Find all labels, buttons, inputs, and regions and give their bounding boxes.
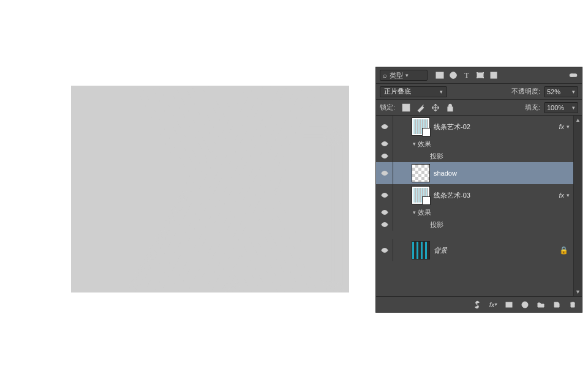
layer-effects-group[interactable]: ▾效果 [376, 206, 582, 218]
chevron-down-icon[interactable]: ▾ [567, 124, 570, 130]
layer-effect-item[interactable]: 投影 [376, 150, 582, 162]
layer-effects-group[interactable]: ▾效果 [376, 138, 582, 150]
scroll-down-icon[interactable]: ▼ [574, 288, 582, 296]
filter-type-icon[interactable]: T [462, 70, 472, 80]
disclosure-triangle-icon[interactable]: ▾ [410, 209, 418, 215]
visibility-toggle[interactable] [376, 206, 393, 218]
disclosure-triangle-icon[interactable]: ▾ [410, 141, 418, 147]
filter-icon-group: T [435, 70, 499, 80]
lock-pixels-icon[interactable] [416, 103, 426, 113]
layer-name[interactable]: shadow [434, 170, 572, 177]
filter-toggle-icon[interactable] [568, 70, 578, 80]
blend-mode-dropdown[interactable]: 正片叠底 ▾ [380, 86, 447, 97]
layer-row-layer-lineart-03[interactable]: 线条艺术-03fx▾ [376, 184, 582, 206]
visibility-toggle[interactable] [376, 239, 393, 261]
fill-label: 填充: [525, 103, 540, 112]
effect-label: 效果 [418, 140, 431, 149]
svg-rect-5 [134, 86, 138, 292]
svg-point-63 [383, 194, 385, 196]
effect-label: 投影 [430, 152, 443, 161]
svg-rect-50 [483, 77, 484, 78]
svg-text:T: T [464, 71, 469, 80]
chevron-down-icon: ▾ [440, 89, 443, 95]
filter-adjustment-icon[interactable] [448, 70, 458, 80]
svg-rect-57 [406, 108, 410, 111]
layers-scrollbar[interactable]: ▲ ▼ [573, 116, 582, 296]
visibility-toggle[interactable] [376, 116, 393, 138]
opacity-label: 不透明度: [511, 87, 540, 96]
visibility-toggle[interactable] [376, 138, 393, 150]
svg-rect-2 [89, 86, 94, 292]
layer-thumbnail[interactable] [412, 241, 430, 259]
chevron-down-icon[interactable]: ▾ [567, 192, 570, 198]
new-layer-icon[interactable] [551, 299, 562, 310]
document-canvas [71, 86, 349, 292]
fill-value: 100% [547, 104, 564, 111]
lock-transparent-icon[interactable] [401, 103, 411, 113]
mask-icon[interactable] [503, 299, 514, 310]
layer-name[interactable]: 背景 [434, 246, 559, 255]
filter-shape-icon[interactable] [475, 70, 485, 80]
panel-blend-row: 正片叠底 ▾ 不透明度: 52% ▾ [376, 83, 582, 99]
svg-rect-56 [402, 104, 406, 108]
visibility-toggle[interactable] [376, 218, 393, 231]
svg-rect-48 [483, 72, 484, 73]
panel-lock-row: 锁定: 填充: 100% ▾ [376, 99, 582, 115]
fx-icon[interactable]: fx▾ [488, 299, 499, 310]
svg-rect-4 [119, 86, 124, 292]
layer-name[interactable]: 线条艺术-02 [434, 122, 559, 132]
filter-type-label: 类型 [390, 71, 403, 80]
filter-smartobject-icon[interactable] [489, 70, 499, 80]
layer-effect-item[interactable]: 投影 [376, 218, 582, 231]
scroll-up-icon[interactable]: ▲ [574, 116, 582, 124]
layers-list: 线条艺术-02fx▾▾效果投影shadow线条艺术-03fx▾▾效果投影背景🔒 … [376, 115, 582, 296]
svg-point-66 [383, 249, 385, 251]
opacity-field[interactable]: 52% ▾ [544, 86, 578, 97]
svg-point-54 [570, 73, 573, 76]
svg-rect-49 [477, 77, 478, 78]
svg-point-64 [383, 211, 385, 213]
layer-thumbnail[interactable] [412, 164, 430, 182]
layers-panel-footer: fx▾ [376, 296, 582, 312]
layer-row-layer-lineart-02[interactable]: 线条艺术-02fx▾ [376, 116, 582, 138]
layer-thumbnail[interactable] [412, 117, 430, 136]
chevron-down-icon: ▾ [572, 105, 575, 111]
effect-label: 投影 [430, 220, 443, 229]
link-icon[interactable] [472, 299, 483, 310]
svg-point-68 [508, 303, 511, 306]
filter-pixel-icon[interactable] [435, 70, 445, 80]
layer-row-layer-bg[interactable]: 背景🔒 [376, 239, 582, 261]
layer-filter-dropdown[interactable]: ⌕ 类型 ▾ [380, 70, 428, 81]
svg-point-65 [383, 223, 385, 225]
svg-rect-19 [339, 86, 344, 292]
chevron-down-icon: ▾ [405, 72, 409, 78]
visibility-toggle[interactable] [376, 150, 393, 162]
effect-label: 效果 [418, 208, 431, 217]
layer-thumbnail[interactable] [412, 186, 430, 204]
panel-filter-row: ⌕ 类型 ▾ T [376, 67, 582, 83]
svg-point-61 [383, 155, 385, 157]
trash-icon[interactable] [567, 299, 578, 310]
layers-panel: ⌕ 类型 ▾ T 正片叠底 [375, 67, 582, 313]
visibility-toggle[interactable] [376, 184, 393, 206]
layer-name[interactable]: 线条艺术-03 [434, 191, 559, 200]
fill-field[interactable]: 100% ▾ [544, 102, 578, 113]
adjustment-icon[interactable] [519, 299, 530, 310]
group-icon[interactable] [535, 299, 546, 310]
svg-rect-47 [477, 72, 478, 73]
svg-rect-58 [448, 106, 453, 111]
svg-rect-52 [492, 73, 496, 77]
svg-point-59 [383, 125, 385, 127]
artwork-svg [71, 86, 349, 292]
svg-point-60 [383, 143, 385, 144]
search-icon: ⌕ [383, 72, 387, 79]
lock-label: 锁定: [380, 103, 395, 112]
fx-badge[interactable]: fx [559, 123, 564, 130]
svg-rect-3 [104, 86, 109, 292]
lock-icon[interactable]: 🔒 [559, 246, 568, 255]
layer-row-layer-shadow[interactable]: shadow [376, 162, 582, 184]
visibility-toggle[interactable] [376, 162, 393, 184]
lock-position-icon[interactable] [431, 103, 440, 113]
lock-all-icon[interactable] [445, 103, 455, 113]
fx-badge[interactable]: fx [559, 192, 564, 199]
